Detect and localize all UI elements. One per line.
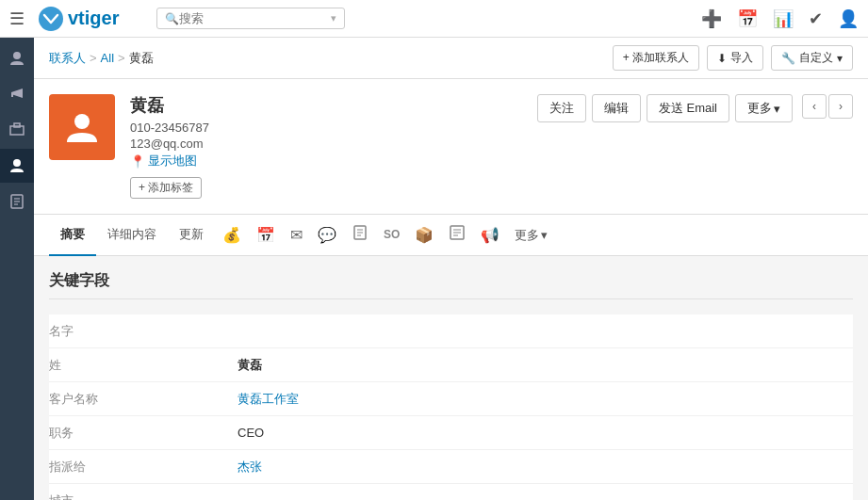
customize-button[interactable]: 🔧 自定义 ▾: [771, 45, 853, 71]
location-label[interactable]: 显示地图: [148, 153, 197, 169]
nav-arrows: ‹ ›: [802, 94, 853, 119]
tab-money-icon[interactable]: 💰: [215, 217, 249, 255]
top-nav: ☰ vtiger 🔍 ▾ ➕ 📅 📊 ✔ 👤: [0, 0, 868, 38]
field-value-title: CEO: [237, 418, 264, 447]
chart-nav-icon[interactable]: 📊: [773, 8, 794, 29]
add-contact-button[interactable]: + 添加联系人: [613, 45, 699, 71]
customize-dropdown-icon: ▾: [837, 52, 843, 65]
import-icon: ⬇: [717, 52, 727, 65]
svg-point-10: [74, 114, 90, 129]
profile-location[interactable]: 📍 显示地图: [130, 153, 522, 169]
breadcrumb-sep-2: >: [118, 51, 125, 65]
more-dropdown-icon: ▾: [774, 102, 780, 116]
sidebar-item-contacts[interactable]: [0, 41, 34, 75]
table-row: 城市: [49, 484, 853, 500]
tab-email-icon[interactable]: ✉: [283, 217, 310, 255]
content-area: 关键字段 名字 姓 黄磊 客户名称 黄磊工作室 职务 CEO: [34, 256, 868, 500]
sidebar-item-reports[interactable]: [0, 185, 34, 218]
tab-update[interactable]: 更新: [168, 215, 215, 256]
add-tag-button[interactable]: + 添加标签: [130, 177, 202, 199]
import-button[interactable]: ⬇ 导入: [707, 45, 763, 71]
wrench-icon: 🔧: [781, 52, 795, 65]
add-nav-icon[interactable]: ➕: [701, 8, 722, 29]
user-nav-icon[interactable]: 👤: [838, 8, 859, 29]
avatar: [49, 94, 115, 160]
tabs-more-button[interactable]: 更多 ▾: [507, 218, 555, 253]
vtiger-logo-icon: [38, 6, 64, 32]
table-row: 职务 CEO: [49, 416, 853, 450]
table-row: 客户名称 黄磊工作室: [49, 382, 853, 416]
profile-section: 黄磊 010-23456787 123@qq.com 📍 显示地图 + 添加标签…: [34, 79, 868, 215]
announcements-icon: [8, 86, 25, 103]
doc-svg-icon: [352, 224, 368, 241]
field-label-city: 城市: [49, 485, 237, 501]
profile-phone: 010-23456787: [130, 121, 522, 135]
send-email-button[interactable]: 发送 Email: [647, 94, 729, 122]
location-pin-icon: 📍: [130, 154, 145, 169]
breadcrumb-root[interactable]: 联系人: [49, 50, 86, 67]
breadcrumb-sep-1: >: [90, 51, 97, 65]
sidebar-item-person[interactable]: [0, 149, 34, 183]
sidebar-item-org[interactable]: [0, 113, 34, 147]
breadcrumb-bar: 联系人 > All > 黄磊 + 添加联系人 ⬇ 导入 🔧 自定义 ▾: [34, 38, 868, 79]
key-fields-title: 关键字段: [49, 271, 853, 299]
tab-so-icon[interactable]: SO: [376, 218, 407, 252]
field-label-assigned: 指派给: [49, 451, 237, 483]
field-label-customer: 客户名称: [49, 383, 237, 415]
calendar-nav-icon[interactable]: 📅: [737, 8, 758, 29]
person-icon: [8, 157, 25, 174]
nav-right-icons: ➕ 📅 📊 ✔ 👤: [701, 8, 859, 29]
table-row: 名字: [49, 315, 853, 348]
table-row: 指派给 杰张: [49, 450, 853, 484]
profile-info: 黄磊 010-23456787 123@qq.com 📍 显示地图 + 添加标签: [130, 94, 522, 199]
breadcrumb-all[interactable]: All: [101, 51, 114, 65]
follow-button[interactable]: 关注: [537, 94, 586, 122]
contacts-icon: [8, 50, 25, 67]
search-icon: 🔍: [165, 12, 179, 25]
search-box[interactable]: 🔍 ▾: [156, 8, 345, 29]
task-nav-icon[interactable]: ✔: [809, 8, 823, 29]
svg-rect-4: [14, 123, 20, 127]
profile-name: 黄磊: [130, 94, 522, 117]
tab-chat-icon[interactable]: 💬: [310, 217, 344, 255]
app-layout: 联系人 > All > 黄磊 + 添加联系人 ⬇ 导入 🔧 自定义 ▾: [0, 38, 868, 500]
tabs-more-label: 更多: [515, 227, 539, 244]
hamburger-icon[interactable]: ☰: [9, 8, 25, 29]
tab-summary[interactable]: 摘要: [49, 215, 96, 256]
field-label-name: 名字: [49, 315, 237, 347]
tab-detail[interactable]: 详细内容: [96, 215, 168, 256]
field-label-title: 职务: [49, 417, 237, 449]
sidebar-item-announcements[interactable]: [0, 77, 34, 111]
search-input[interactable]: [179, 11, 330, 25]
profile-actions: 关注 编辑 发送 Email 更多 ▾ ‹ ›: [537, 94, 853, 122]
prev-arrow-button[interactable]: ‹: [802, 94, 827, 119]
svg-point-5: [13, 159, 21, 167]
tab-calendar-icon[interactable]: 📅: [249, 217, 283, 255]
field-value-lastname: 黄磊: [237, 349, 262, 381]
tab-doc-icon[interactable]: [344, 215, 376, 256]
more-label: 更多: [747, 100, 772, 117]
tabs-bar: 摘要 详细内容 更新 💰 📅 ✉ 💬 SO 📦: [34, 215, 868, 256]
customize-label: 自定义: [799, 50, 833, 66]
svg-point-0: [39, 7, 63, 31]
org-icon: [8, 121, 25, 138]
more-button[interactable]: 更多 ▾: [735, 94, 793, 122]
table-row: 姓 黄磊: [49, 348, 853, 382]
tab-box-icon[interactable]: 📦: [407, 217, 441, 255]
sidebar: [0, 38, 34, 500]
search-dropdown-icon[interactable]: ▾: [331, 12, 336, 24]
tab-announce-icon[interactable]: 📢: [473, 217, 507, 255]
tabs-more-dropdown-icon: ▾: [541, 228, 548, 242]
tab-notes-icon[interactable]: [441, 215, 473, 256]
main-content: 联系人 > All > 黄磊 + 添加联系人 ⬇ 导入 🔧 自定义 ▾: [34, 38, 868, 500]
avatar-person-icon: [63, 108, 101, 146]
next-arrow-button[interactable]: ›: [828, 94, 853, 119]
field-value-assigned[interactable]: 杰张: [237, 451, 262, 483]
edit-button[interactable]: 编辑: [592, 94, 641, 122]
field-label-lastname: 姓: [49, 349, 237, 381]
breadcrumb: 联系人 > All > 黄磊: [49, 50, 154, 67]
breadcrumb-current: 黄磊: [129, 50, 154, 67]
reports-icon: [8, 193, 25, 210]
profile-email: 123@qq.com: [130, 137, 522, 151]
field-value-customer[interactable]: 黄磊工作室: [237, 383, 299, 415]
